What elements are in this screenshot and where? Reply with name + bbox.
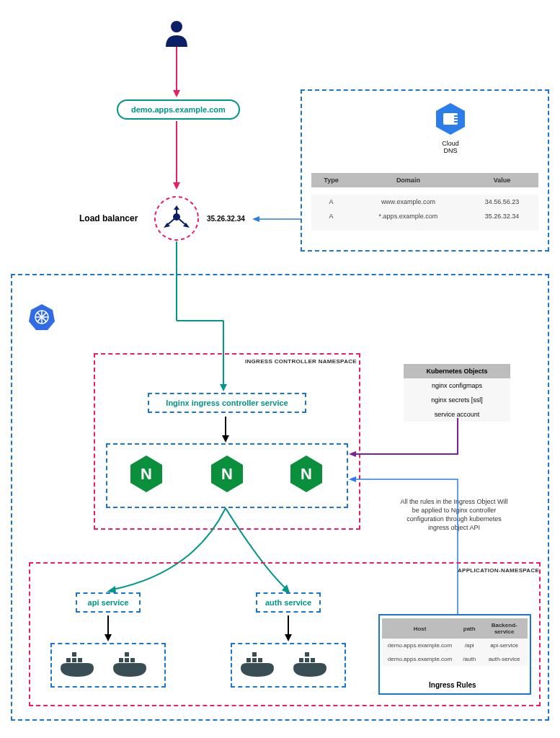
svg-rect-48 <box>72 652 76 657</box>
svg-marker-44 <box>105 634 112 641</box>
arrow-domain-to-lb <box>173 121 180 190</box>
table-cell: 35.26.32.34 <box>466 209 538 223</box>
table-cell: www.example.com <box>351 195 466 209</box>
svg-rect-17 <box>454 121 458 123</box>
svg-marker-2 <box>173 90 180 97</box>
table-header: path <box>458 618 481 639</box>
svg-text:N: N <box>141 465 152 483</box>
svg-marker-19 <box>252 216 259 222</box>
k8s-objects-list: Kubernetes Objects nginx configmaps ngin… <box>404 364 510 422</box>
table-cell: /auth <box>458 652 481 666</box>
svg-rect-16 <box>454 118 458 120</box>
svg-rect-47 <box>78 658 82 662</box>
docker-icon <box>112 652 151 681</box>
ingress-rules-table: Host path Backend-service demo.apps.exam… <box>382 618 528 666</box>
nginx-icon: N <box>128 454 164 494</box>
arrow-user-to-domain <box>173 47 180 97</box>
table-header: Type <box>311 173 351 187</box>
auth-service: auth service <box>256 592 321 613</box>
table-header: Domain <box>351 173 466 187</box>
domain-pill: demo.apps.example.com <box>117 99 240 120</box>
ingress-namespace-label: INGRESS CONTROLLER NAMESPACE <box>245 358 357 365</box>
svg-rect-61 <box>311 658 315 662</box>
kubernetes-icon <box>27 303 56 332</box>
svg-rect-60 <box>305 658 309 662</box>
svg-point-0 <box>171 21 182 32</box>
svg-rect-62 <box>305 652 309 657</box>
table-header: Backend-service <box>481 618 528 639</box>
table-cell: /api <box>458 639 481 652</box>
k8s-objects-row: nginx secrets [ssl] <box>404 393 510 407</box>
arrow-objects-to-nginx <box>346 418 461 461</box>
svg-rect-45 <box>66 658 71 662</box>
ingress-controller-service: Inginx ingress controller service <box>148 393 306 413</box>
svg-rect-46 <box>72 658 76 662</box>
table-header: Host <box>382 618 458 639</box>
cloud-dns-icon <box>432 101 468 137</box>
docker-icon <box>239 652 279 681</box>
load-balancer-label: Load balancer <box>79 213 138 223</box>
cloud-dns-title: Cloud DNS <box>436 140 465 154</box>
arrow-auth-to-pods <box>285 615 292 641</box>
svg-rect-49 <box>119 658 123 662</box>
svg-rect-55 <box>246 658 251 662</box>
svg-rect-52 <box>125 652 129 657</box>
lb-ip-label: 35.26.32.34 <box>207 215 245 223</box>
svg-text:N: N <box>221 465 233 483</box>
svg-rect-50 <box>125 658 129 662</box>
nginx-icon: N <box>288 454 324 494</box>
arrow-svc-to-nginx <box>222 417 229 443</box>
svg-rect-57 <box>258 658 262 662</box>
svg-rect-56 <box>252 658 257 662</box>
docker-icon <box>292 652 332 681</box>
arrow-dns-to-lb <box>252 216 301 222</box>
app-namespace-label: APPLICATION-NAMESPACE <box>458 567 539 574</box>
svg-marker-39 <box>349 451 356 457</box>
svg-text:N: N <box>301 465 312 483</box>
svg-marker-40 <box>349 476 356 482</box>
arrow-api-to-pods <box>105 615 112 641</box>
table-cell: A <box>311 209 351 223</box>
api-service: api service <box>76 592 141 613</box>
table-header: Value <box>466 173 538 187</box>
svg-rect-51 <box>130 658 135 662</box>
table-cell: api-service <box>481 639 528 652</box>
table-cell: A <box>311 195 351 209</box>
table-cell: demo.apps.example.com <box>382 652 458 666</box>
k8s-objects-row: nginx configmaps <box>404 378 510 393</box>
svg-rect-59 <box>299 658 303 662</box>
table-cell: auth-service <box>481 652 528 666</box>
user-icon <box>162 18 191 47</box>
nginx-icon: N <box>209 454 245 494</box>
svg-rect-15 <box>454 115 458 117</box>
table-cell: *.apps.example.com <box>351 209 466 223</box>
svg-rect-58 <box>252 652 257 657</box>
svg-marker-32 <box>222 435 229 443</box>
k8s-objects-header: Kubernetes Objects <box>404 364 510 378</box>
load-balancer-icon <box>154 195 200 241</box>
docker-icon <box>59 652 99 681</box>
svg-marker-54 <box>285 634 292 641</box>
ingress-rules-title: Ingress Rules <box>429 681 476 689</box>
table-cell: 34.56.56.23 <box>466 195 538 209</box>
table-cell: demo.apps.example.com <box>382 639 458 652</box>
cloud-dns-table: Type Domain Value A www.example.com 34.5… <box>311 173 538 231</box>
svg-marker-4 <box>173 182 180 190</box>
